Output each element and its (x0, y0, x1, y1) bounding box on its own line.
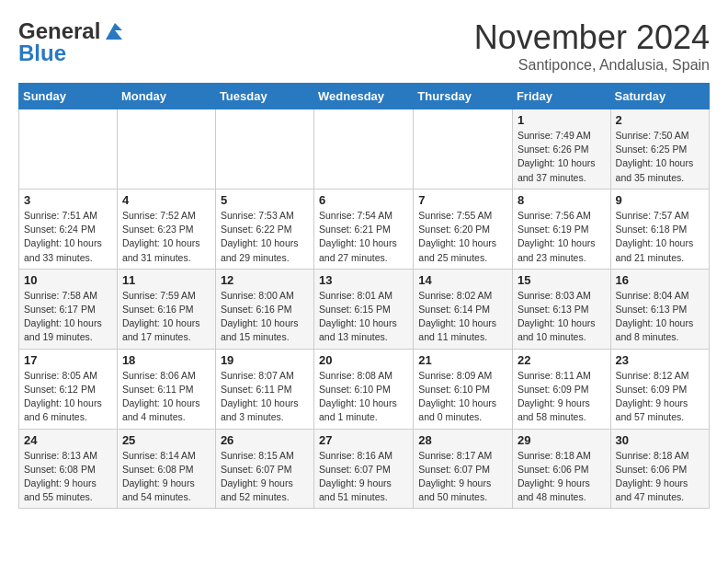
week-row-0: 1Sunrise: 7:49 AMSunset: 6:26 PMDaylight… (19, 109, 710, 190)
calendar-cell: 10Sunrise: 7:58 AMSunset: 6:17 PMDayligh… (19, 269, 118, 349)
calendar-cell: 16Sunrise: 8:04 AMSunset: 6:13 PMDayligh… (610, 269, 709, 349)
calendar-cell: 1Sunrise: 7:49 AMSunset: 6:26 PMDaylight… (512, 109, 610, 190)
day-info: Sunrise: 7:49 AMSunset: 6:26 PMDaylight:… (518, 129, 606, 185)
day-number: 21 (418, 353, 507, 367)
day-number: 17 (24, 353, 112, 367)
calendar-cell: 4Sunrise: 7:52 AMSunset: 6:23 PMDaylight… (117, 189, 215, 269)
day-number: 20 (319, 353, 408, 367)
day-info: Sunrise: 8:12 AMSunset: 6:09 PMDaylight:… (616, 369, 704, 425)
calendar-cell: 23Sunrise: 8:12 AMSunset: 6:09 PMDayligh… (610, 349, 709, 429)
month-title: November 2024 (474, 18, 710, 57)
day-info: Sunrise: 8:16 AMSunset: 6:07 PMDaylight:… (319, 449, 408, 505)
day-number: 8 (518, 193, 606, 207)
day-info: Sunrise: 8:17 AMSunset: 6:07 PMDaylight:… (418, 449, 507, 505)
day-info: Sunrise: 8:13 AMSunset: 6:08 PMDaylight:… (24, 449, 112, 505)
day-info: Sunrise: 8:00 AMSunset: 6:16 PMDaylight:… (221, 289, 309, 345)
calendar-cell: 13Sunrise: 8:01 AMSunset: 6:15 PMDayligh… (314, 269, 414, 349)
day-info: Sunrise: 8:14 AMSunset: 6:08 PMDaylight:… (122, 449, 210, 505)
day-number: 28 (418, 433, 507, 447)
day-info: Sunrise: 8:07 AMSunset: 6:11 PMDaylight:… (221, 369, 309, 425)
day-info: Sunrise: 7:54 AMSunset: 6:21 PMDaylight:… (319, 209, 408, 265)
day-info: Sunrise: 8:09 AMSunset: 6:10 PMDaylight:… (418, 369, 507, 425)
calendar-cell: 7Sunrise: 7:55 AMSunset: 6:20 PMDaylight… (414, 189, 513, 269)
day-info: Sunrise: 7:59 AMSunset: 6:16 PMDaylight:… (122, 289, 210, 345)
day-info: Sunrise: 8:15 AMSunset: 6:07 PMDaylight:… (221, 449, 309, 505)
day-number: 6 (319, 193, 408, 207)
day-info: Sunrise: 8:01 AMSunset: 6:15 PMDaylight:… (319, 289, 408, 345)
day-number: 30 (616, 433, 704, 447)
day-number: 26 (221, 433, 309, 447)
calendar-cell: 17Sunrise: 8:05 AMSunset: 6:12 PMDayligh… (19, 349, 118, 429)
day-number: 11 (122, 273, 210, 287)
weekday-header-row: SundayMondayTuesdayWednesdayThursdayFrid… (19, 84, 710, 109)
day-number: 16 (616, 273, 704, 287)
weekday-header-monday: Monday (117, 84, 215, 109)
calendar-cell: 21Sunrise: 8:09 AMSunset: 6:10 PMDayligh… (414, 349, 513, 429)
day-info: Sunrise: 8:18 AMSunset: 6:06 PMDaylight:… (616, 449, 704, 505)
day-info: Sunrise: 8:04 AMSunset: 6:13 PMDaylight:… (616, 289, 704, 345)
day-number: 14 (418, 273, 507, 287)
day-info: Sunrise: 8:18 AMSunset: 6:06 PMDaylight:… (518, 449, 606, 505)
day-info: Sunrise: 7:56 AMSunset: 6:19 PMDaylight:… (518, 209, 606, 265)
weekday-header-wednesday: Wednesday (314, 84, 414, 109)
day-number: 10 (24, 273, 112, 287)
day-number: 29 (518, 433, 606, 447)
day-info: Sunrise: 8:02 AMSunset: 6:14 PMDaylight:… (418, 289, 507, 345)
calendar-cell: 3Sunrise: 7:51 AMSunset: 6:24 PMDaylight… (19, 189, 118, 269)
calendar-cell: 8Sunrise: 7:56 AMSunset: 6:19 PMDaylight… (512, 189, 610, 269)
calendar-cell: 27Sunrise: 8:16 AMSunset: 6:07 PMDayligh… (314, 429, 414, 509)
calendar-cell (215, 109, 313, 190)
calendar-cell: 2Sunrise: 7:50 AMSunset: 6:25 PMDaylight… (610, 109, 709, 190)
day-number: 9 (616, 193, 704, 207)
week-row-4: 24Sunrise: 8:13 AMSunset: 6:08 PMDayligh… (19, 429, 710, 509)
calendar-cell: 11Sunrise: 7:59 AMSunset: 6:16 PMDayligh… (117, 269, 215, 349)
week-row-1: 3Sunrise: 7:51 AMSunset: 6:24 PMDaylight… (19, 189, 710, 269)
day-info: Sunrise: 7:55 AMSunset: 6:20 PMDaylight:… (418, 209, 507, 265)
day-info: Sunrise: 7:58 AMSunset: 6:17 PMDaylight:… (24, 289, 112, 345)
day-number: 25 (122, 433, 210, 447)
day-info: Sunrise: 8:06 AMSunset: 6:11 PMDaylight:… (122, 369, 210, 425)
title-area: November 2024 Santiponce, Andalusia, Spa… (474, 18, 710, 74)
calendar-cell: 22Sunrise: 8:11 AMSunset: 6:09 PMDayligh… (512, 349, 610, 429)
day-info: Sunrise: 7:50 AMSunset: 6:25 PMDaylight:… (616, 129, 704, 185)
day-number: 7 (418, 193, 507, 207)
calendar-cell: 29Sunrise: 8:18 AMSunset: 6:06 PMDayligh… (512, 429, 610, 509)
weekday-header-thursday: Thursday (414, 84, 513, 109)
location-title: Santiponce, Andalusia, Spain (474, 57, 710, 74)
weekday-header-sunday: Sunday (19, 84, 118, 109)
day-info: Sunrise: 7:52 AMSunset: 6:23 PMDaylight:… (122, 209, 210, 265)
day-number: 23 (616, 353, 704, 367)
calendar-cell: 25Sunrise: 8:14 AMSunset: 6:08 PMDayligh… (117, 429, 215, 509)
calendar-cell: 15Sunrise: 8:03 AMSunset: 6:13 PMDayligh… (512, 269, 610, 349)
logo-icon (102, 23, 122, 40)
day-number: 13 (319, 273, 408, 287)
calendar-cell: 28Sunrise: 8:17 AMSunset: 6:07 PMDayligh… (414, 429, 513, 509)
calendar-cell: 12Sunrise: 8:00 AMSunset: 6:16 PMDayligh… (215, 269, 313, 349)
calendar-cell: 24Sunrise: 8:13 AMSunset: 6:08 PMDayligh… (19, 429, 118, 509)
day-info: Sunrise: 8:08 AMSunset: 6:10 PMDaylight:… (319, 369, 408, 425)
day-number: 15 (518, 273, 606, 287)
weekday-header-friday: Friday (512, 84, 610, 109)
logo: General Blue (18, 18, 122, 66)
calendar-cell: 19Sunrise: 8:07 AMSunset: 6:11 PMDayligh… (215, 349, 313, 429)
calendar-cell: 20Sunrise: 8:08 AMSunset: 6:10 PMDayligh… (314, 349, 414, 429)
logo-blue: Blue (18, 40, 66, 66)
calendar-cell (19, 109, 118, 190)
day-number: 4 (122, 193, 210, 207)
calendar-cell: 14Sunrise: 8:02 AMSunset: 6:14 PMDayligh… (414, 269, 513, 349)
day-number: 24 (24, 433, 112, 447)
day-info: Sunrise: 7:51 AMSunset: 6:24 PMDaylight:… (24, 209, 112, 265)
day-number: 3 (24, 193, 112, 207)
day-number: 5 (221, 193, 309, 207)
day-info: Sunrise: 7:53 AMSunset: 6:22 PMDaylight:… (221, 209, 309, 265)
day-number: 2 (616, 113, 704, 127)
calendar-cell: 18Sunrise: 8:06 AMSunset: 6:11 PMDayligh… (117, 349, 215, 429)
day-number: 19 (221, 353, 309, 367)
day-number: 12 (221, 273, 309, 287)
calendar-cell: 5Sunrise: 7:53 AMSunset: 6:22 PMDaylight… (215, 189, 313, 269)
day-info: Sunrise: 7:57 AMSunset: 6:18 PMDaylight:… (616, 209, 704, 265)
calendar-cell (414, 109, 513, 190)
calendar-cell: 30Sunrise: 8:18 AMSunset: 6:06 PMDayligh… (610, 429, 709, 509)
day-number: 1 (518, 113, 606, 127)
week-row-3: 17Sunrise: 8:05 AMSunset: 6:12 PMDayligh… (19, 349, 710, 429)
